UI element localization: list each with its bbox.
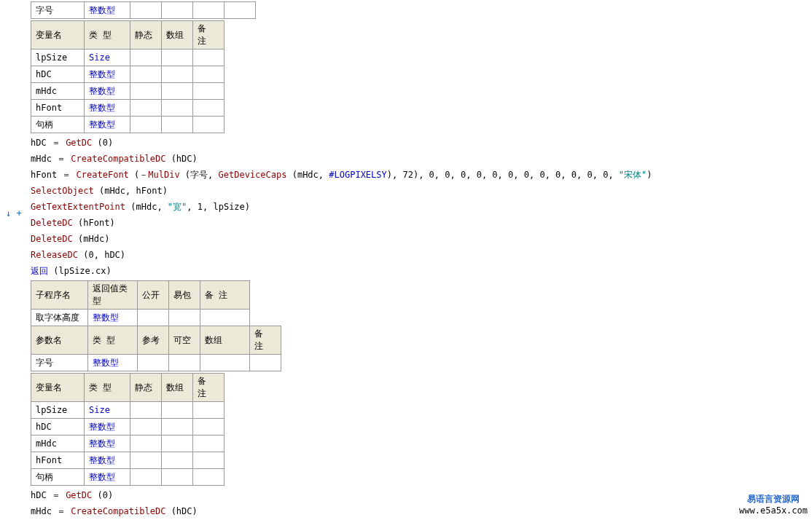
cell[interactable]: 整数型: [85, 66, 130, 83]
cell[interactable]: Size: [85, 402, 130, 419]
cell[interactable]: 取字体高度: [31, 310, 88, 326]
cell[interactable]: [162, 452, 193, 469]
cell[interactable]: [162, 436, 193, 452]
cell[interactable]: [200, 355, 250, 371]
cell[interactable]: [193, 117, 225, 133]
hdr-var-name: 变量名: [31, 21, 85, 50]
code-line[interactable]: mHdc ＝ CreateCompatibleDC (hDC): [31, 503, 812, 519]
cell[interactable]: [193, 2, 225, 19]
cell[interactable]: hDC: [31, 419, 85, 436]
cell[interactable]: 整数型: [85, 419, 130, 436]
cell[interactable]: [130, 2, 162, 19]
cell[interactable]: 整数型: [85, 117, 130, 133]
cell[interactable]: [130, 66, 162, 83]
hdr-sub-ret: 返回值类型: [88, 281, 138, 310]
cell[interactable]: [130, 83, 162, 100]
cell[interactable]: hFont: [31, 452, 85, 469]
hdr-var-type: 类 型: [85, 374, 130, 402]
code-line[interactable]: ReleaseDC (0, hDC): [31, 247, 812, 263]
hdr-param-arr: 数组: [200, 326, 250, 355]
code-line[interactable]: hFont ＝ CreateFont (－MulDiv (字号, GetDevi…: [31, 167, 812, 183]
cell[interactable]: [193, 402, 225, 419]
code-line[interactable]: GetTextExtentPoint (mHdc, "宽", 1, lpSize…: [31, 199, 812, 215]
hdr-sub-pkg: 易包: [169, 281, 200, 310]
cell[interactable]: mHdc: [31, 83, 85, 100]
var-table-1: 变量名 类 型 静态 数组 备 注 lpSizeSize hDC整数型 mHdc…: [31, 20, 225, 133]
cell[interactable]: 整数型: [88, 355, 138, 371]
cell[interactable]: [169, 310, 200, 326]
cell[interactable]: [200, 310, 250, 326]
cell[interactable]: 整数型: [85, 436, 130, 452]
watermark-url: www.e5a5x.com: [739, 505, 808, 516]
cell[interactable]: [162, 402, 193, 419]
cell[interactable]: [162, 66, 193, 83]
cell[interactable]: [162, 50, 193, 66]
cell[interactable]: 整数型: [85, 2, 130, 19]
cell[interactable]: [162, 117, 193, 133]
cell[interactable]: 句柄: [31, 117, 85, 133]
hdr-param-note: 备 注: [250, 326, 281, 355]
cell[interactable]: [193, 66, 225, 83]
fold-arrow-icon[interactable]: ↓: [6, 208, 11, 218]
cell[interactable]: [138, 355, 169, 371]
hdr-var-note: 备 注: [193, 21, 225, 50]
cell[interactable]: 整数型: [85, 83, 130, 100]
cell[interactable]: 整数型: [88, 310, 138, 326]
cell[interactable]: 整数型: [85, 469, 130, 486]
hdr-param-name: 参数名: [31, 326, 88, 355]
cell[interactable]: 整数型: [85, 452, 130, 469]
cell[interactable]: 字号: [31, 2, 85, 19]
code-line[interactable]: DeleteDC (hFont): [31, 215, 812, 231]
hdr-param-null: 可空: [169, 326, 200, 355]
cell[interactable]: [130, 402, 162, 419]
cell[interactable]: [138, 310, 169, 326]
hdr-sub-name: 子程序名: [31, 281, 88, 310]
cell[interactable]: [130, 419, 162, 436]
code-line[interactable]: SelectObject (mHdc, hFont): [31, 183, 812, 199]
cell[interactable]: [193, 50, 225, 66]
cell[interactable]: [130, 436, 162, 452]
cell[interactable]: [193, 469, 225, 486]
cell[interactable]: [130, 452, 162, 469]
cell[interactable]: [162, 2, 193, 19]
code-line[interactable]: DeleteDC (mHdc): [31, 231, 812, 247]
hdr-var-type: 类 型: [85, 21, 130, 50]
cell[interactable]: hFont: [31, 100, 85, 117]
cell[interactable]: [162, 419, 193, 436]
cell[interactable]: 整数型: [85, 100, 130, 117]
cell[interactable]: [130, 100, 162, 117]
cell[interactable]: [225, 2, 256, 19]
cell[interactable]: [250, 355, 281, 371]
code-line[interactable]: mHdc ＝ CreateCompatibleDC (hDC): [31, 151, 812, 167]
cell[interactable]: [162, 100, 193, 117]
cell[interactable]: lpSize: [31, 50, 85, 66]
cell[interactable]: [169, 355, 200, 371]
expand-icon[interactable]: +: [16, 208, 21, 218]
cell[interactable]: [162, 83, 193, 100]
cell[interactable]: [130, 50, 162, 66]
cell[interactable]: [193, 452, 225, 469]
code-line[interactable]: 返回 (lpSize.cx): [31, 263, 812, 279]
watermark-title: 易语言资源网: [739, 493, 808, 505]
var-table-2: 变量名 类 型 静态 数组 备 注 lpSizeSize hDC整数型 mHdc…: [31, 373, 225, 486]
cell[interactable]: [193, 436, 225, 452]
cell[interactable]: [193, 419, 225, 436]
cell[interactable]: 句柄: [31, 469, 85, 486]
hdr-sub-note: 备 注: [200, 281, 250, 310]
cell[interactable]: mHdc: [31, 436, 85, 452]
param-table-top: 字号 整数型: [31, 1, 256, 19]
cell[interactable]: hDC: [31, 66, 85, 83]
hdr-var-static: 静态: [130, 21, 162, 50]
code-line[interactable]: hDC ＝ GetDC (0): [31, 487, 812, 503]
cell[interactable]: [162, 469, 193, 486]
code-line[interactable]: hDC ＝ GetDC (0): [31, 135, 812, 151]
cell[interactable]: [193, 83, 225, 100]
cell[interactable]: Size: [85, 50, 130, 66]
cell[interactable]: [193, 100, 225, 117]
cell[interactable]: [130, 117, 162, 133]
cell[interactable]: [130, 469, 162, 486]
cell[interactable]: lpSize: [31, 402, 85, 419]
hdr-var-arr: 数组: [162, 374, 193, 402]
watermark: 易语言资源网 www.e5a5x.com: [739, 493, 808, 516]
cell[interactable]: 字号: [31, 355, 88, 371]
